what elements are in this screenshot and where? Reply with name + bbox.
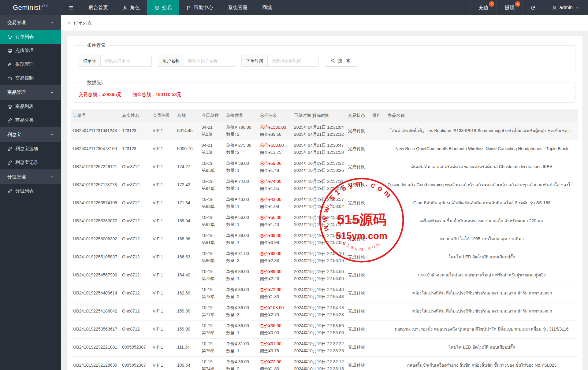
nav-item-withdraw[interactable]: 提现4 <box>496 0 522 15</box>
table-row: UB2410192256006392One8712VIP 1168.9610-1… <box>71 230 578 248</box>
cell-day-orders-line1: 10-19 <box>202 196 222 203</box>
cell-product: หมวกแก๊ป โลโก้ 1985 งานใหม่ล่าสุด งานดีม… <box>386 230 578 248</box>
sidebar-item-trade-control[interactable]: 交易控制 <box>0 71 61 85</box>
cell-day-orders: 10-19第78单 <box>200 284 224 302</box>
sidebar-item-group-list[interactable]: 分组列表 <box>0 184 61 198</box>
flag-icon <box>186 5 192 10</box>
order-list-card: 条件搜索 订单号用户名称下单时间搜 索 数据统计 交易总额：528395元佣金总… <box>67 36 582 370</box>
cell-day-orders-line1: 04-21 <box>202 142 222 149</box>
cell-order-no: UB2410192254186042 <box>71 302 120 320</box>
cell-action <box>370 356 386 370</box>
sidebar-group-1[interactable]: 商品管理 <box>0 85 61 100</box>
nav-item-account[interactable]: admin <box>544 0 588 15</box>
cell-balance: 159.00 <box>175 320 200 338</box>
nav-item-refresh[interactable] <box>522 0 544 15</box>
sidebar-item-order-list[interactable]: 订单列表 <box>0 30 61 44</box>
cell-total-commission-line1: 总价¥39.00 <box>260 232 290 239</box>
search-legend: 条件搜索 <box>84 43 109 48</box>
cell-action <box>370 122 386 140</box>
user-name-input[interactable] <box>184 55 235 67</box>
cell-times: 2024年10月19日 22:56:572024年10月19日 22:58:02 <box>292 194 346 212</box>
table-body: UB2504211231041243123123VIP 15014.4504-2… <box>71 122 578 370</box>
cell-price-qty: 单价¥ 275.00数量: 2 <box>224 140 258 158</box>
column-header-10: 商品名称 <box>386 109 578 122</box>
sidebar-item-product-list[interactable]: 商品列表 <box>0 100 61 113</box>
cell-total-commission: 总价¥93.00佣金¥2.33 <box>258 248 292 266</box>
chevron-down-icon <box>50 133 54 137</box>
cell-price-qty: 单价¥ 36.00数量: 2 <box>224 284 258 302</box>
cell-real-name: One8712 <box>120 212 151 230</box>
table-row: UB24101922322210810995852387VIP 1111.341… <box>71 338 578 356</box>
cell-real-name: One8712 <box>120 284 151 302</box>
search-icon <box>331 58 336 63</box>
cell-times-line2: 2024年10月19日 22:56:16 <box>294 257 344 264</box>
cell-status: 完成付款 <box>346 302 370 320</box>
nav-menu: 后台首页角色交易帮助中心系统管理商城 <box>61 0 279 15</box>
sidebar-group-2[interactable]: 利息宝 <box>0 127 61 142</box>
sidebar: 交易管理订单列表充值管理提现管理交易控制商品管理商品列表商品分类利息宝利息宝选项… <box>0 15 61 370</box>
nav-item-label: 帮助中心 <box>194 5 213 11</box>
link-icon <box>7 146 12 151</box>
cell-times-line1: 2024年10月19日 22:57:22 <box>294 160 344 167</box>
cell-price-qty-line1: 单价¥ 36.00 <box>226 322 256 329</box>
nav-item-label: 提现 <box>504 5 514 11</box>
cell-balance: 168.96 <box>175 230 200 248</box>
cell-times-line1: 2024年10月19日 22:54:18 <box>294 304 344 311</box>
order-no-input[interactable] <box>100 55 152 67</box>
cell-total-commission-line2: 佣金¥0.90 <box>260 329 290 336</box>
cell-price-qty: 单价¥ 36.00数量: 2 <box>224 356 258 370</box>
cell-vip-level: VIP 1 <box>151 302 175 320</box>
sidebar-item-withdraw-mgmt[interactable]: 提现管理 <box>0 57 61 71</box>
sidebar-item-label: 商品分类 <box>15 117 34 123</box>
sidebar-group-3[interactable]: 分组管理 <box>0 169 61 184</box>
cell-times-line1: 2025年04月21日 12:30:47 <box>294 142 344 149</box>
cell-day-orders-line2: 第79单 <box>202 275 222 282</box>
scales-icon <box>154 5 160 10</box>
column-header-7: 下单时间 解冻时间 <box>292 109 346 122</box>
link-icon <box>7 160 12 165</box>
nav-item-mall[interactable]: 商城 <box>255 0 279 15</box>
link-icon <box>7 189 12 194</box>
sidebar-item-interest-options[interactable]: 利息宝选项 <box>0 142 61 156</box>
brand-version: V3.0 <box>42 4 49 8</box>
sidebar-item-product-category[interactable]: 商品分类 <box>0 113 61 127</box>
cell-total-commission-line1: 总价¥59.00 <box>260 160 290 167</box>
cell-times-line2: 2024年10月19日 22:55:28 <box>294 311 344 318</box>
nav-item-role[interactable]: 角色 <box>115 0 147 15</box>
sidebar-group-0[interactable]: 交易管理 <box>0 15 61 30</box>
nav-item-recharge[interactable]: 充值2 <box>470 0 496 15</box>
sidebar-item-recharge-mgmt[interactable]: 充值管理 <box>0 44 61 57</box>
cell-times-line1: 2024年10月19日 22:53:56 <box>294 322 344 329</box>
cell-order-no: UB2410192254409614 <box>71 284 120 302</box>
chevron-down-icon <box>50 21 54 25</box>
cell-status: 完成付款 <box>346 284 370 302</box>
nav-item-system[interactable]: 系统管理 <box>221 0 255 15</box>
nav-item-home[interactable]: 后台首页 <box>81 0 115 15</box>
nav-item-help[interactable]: 帮助中心 <box>179 0 221 15</box>
sidebar-item-interest-records[interactable]: 利息宝记录 <box>0 156 61 169</box>
cell-times: 2024年10月19日 22:54:182024年10月19日 22:55:28 <box>292 302 346 320</box>
cell-action <box>370 284 386 302</box>
cell-action <box>370 302 386 320</box>
search-button[interactable]: 搜 索 <box>325 55 357 67</box>
cell-product: ต้นคริสต์มาส ดอกคริสต์มาส ของแต่งคริสต์ม… <box>386 158 578 176</box>
cart-icon <box>7 104 12 109</box>
nav-item-trade[interactable]: 交易 <box>147 0 179 15</box>
cell-action <box>370 212 386 230</box>
cell-times-line1: 2024年10月19日 22:32:22 <box>294 340 344 347</box>
cell-day-orders-line2: 第82单 <box>202 221 222 228</box>
cell-price-qty-line2: 数量: 1 <box>226 221 256 228</box>
cell-day-orders-line2: 第1单 <box>202 149 222 156</box>
cell-price-qty-line1: 单价¥ 36.00 <box>226 304 256 311</box>
cell-order-no: UB2410192254567990 <box>71 266 120 284</box>
cell-balance: 172.42 <box>175 176 200 194</box>
cell-balance: 5014.45 <box>175 122 200 140</box>
cell-price-qty-line2: 数量: 1 <box>226 203 256 210</box>
cell-day-orders-line2: 第83单 <box>202 203 222 210</box>
cell-day-orders: 10-19第77单 <box>200 302 224 320</box>
nav-item-collapse-menu[interactable] <box>61 0 81 15</box>
cell-status: 完成付款 <box>346 266 370 284</box>
order-time-input[interactable] <box>267 55 319 67</box>
refresh-icon <box>530 5 536 10</box>
cell-day-orders: 10-19第84单 <box>200 176 224 194</box>
